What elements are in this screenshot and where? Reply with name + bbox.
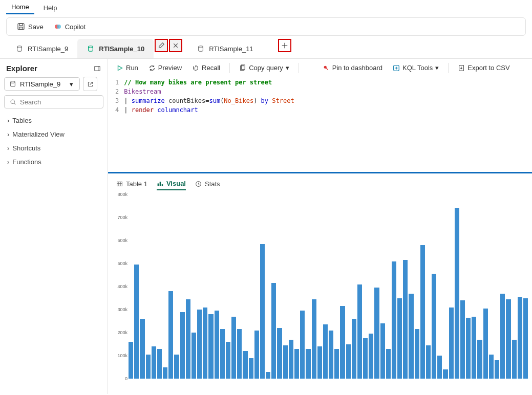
bar[interactable] xyxy=(512,340,517,379)
bar[interactable] xyxy=(180,312,185,379)
panel-collapse-icon[interactable] xyxy=(93,64,101,73)
result-tab-visual[interactable]: Visual xyxy=(157,178,186,190)
bar[interactable] xyxy=(243,351,247,379)
bar[interactable] xyxy=(420,245,425,379)
bar[interactable] xyxy=(352,319,356,379)
tree-tables[interactable]: ›Tables xyxy=(4,114,103,127)
result-tab-table[interactable]: Table 1 xyxy=(116,178,147,190)
editor-code[interactable]: // How many bikes are present per street… xyxy=(124,78,294,115)
bar[interactable] xyxy=(357,284,362,379)
bar[interactable] xyxy=(146,355,151,379)
db-selector[interactable]: RTISample_9 ▾ xyxy=(4,77,80,91)
bar[interactable] xyxy=(152,346,156,379)
bar[interactable] xyxy=(231,317,236,379)
bar[interactable] xyxy=(523,298,528,379)
pin-dashboard-button[interactable]: Pin to dashboard xyxy=(320,62,386,74)
bar[interactable] xyxy=(455,208,459,379)
file-tab-rtisample11[interactable]: RTISample_11 xyxy=(187,39,262,58)
add-tab-button[interactable] xyxy=(278,39,291,52)
bar[interactable] xyxy=(174,355,179,379)
bar[interactable] xyxy=(426,345,431,379)
bar[interactable] xyxy=(266,372,270,379)
kql-tools-button[interactable]: KQL Tools▾ xyxy=(390,62,442,74)
bar[interactable] xyxy=(260,244,265,379)
bar[interactable] xyxy=(518,297,522,379)
bar[interactable] xyxy=(254,331,259,379)
tree-shortcuts[interactable]: ›Shortcuts xyxy=(4,141,103,155)
bar[interactable] xyxy=(197,310,202,379)
bar[interactable] xyxy=(477,340,482,379)
bar[interactable] xyxy=(208,314,213,379)
bar[interactable] xyxy=(306,349,310,379)
bar[interactable] xyxy=(437,356,442,379)
bar[interactable] xyxy=(506,299,510,379)
bar[interactable] xyxy=(140,319,144,379)
search-input[interactable]: Search xyxy=(4,95,103,108)
bar[interactable] xyxy=(443,369,448,379)
bar[interactable] xyxy=(415,329,419,379)
bar[interactable] xyxy=(460,300,465,379)
bar[interactable] xyxy=(500,294,505,379)
preview-button[interactable]: Preview xyxy=(145,62,185,74)
bar[interactable] xyxy=(483,309,488,379)
bar[interactable] xyxy=(403,260,408,379)
bar[interactable] xyxy=(369,334,373,379)
bar[interactable] xyxy=(409,294,413,379)
bar[interactable] xyxy=(363,338,368,379)
bar[interactable] xyxy=(129,342,133,379)
top-tab-home[interactable]: Home xyxy=(6,1,34,14)
bar[interactable] xyxy=(340,306,345,379)
copilot-button[interactable]: Copilot xyxy=(50,20,90,33)
bar[interactable] xyxy=(134,265,139,379)
bar[interactable] xyxy=(226,342,230,379)
bar[interactable] xyxy=(186,299,190,379)
bar[interactable] xyxy=(392,261,396,379)
bar[interactable] xyxy=(432,274,436,379)
bar[interactable] xyxy=(271,283,276,379)
bar[interactable] xyxy=(312,299,316,379)
run-button[interactable]: Run xyxy=(113,62,141,74)
file-tab-rtisample9[interactable]: RTISample_9 xyxy=(6,39,77,58)
bar[interactable] xyxy=(220,329,225,379)
bar[interactable] xyxy=(449,308,454,379)
bar[interactable] xyxy=(163,367,167,379)
export-csv-button[interactable]: Export to CSV xyxy=(455,62,513,74)
save-button[interactable]: Save xyxy=(13,20,48,33)
tree-matviews[interactable]: ›Materialized View xyxy=(4,127,103,141)
bar[interactable] xyxy=(472,317,476,379)
result-tab-stats[interactable]: Stats xyxy=(195,178,220,190)
bar[interactable] xyxy=(168,291,173,379)
bar[interactable] xyxy=(374,288,379,379)
bar[interactable] xyxy=(283,345,288,379)
bar[interactable] xyxy=(237,329,242,379)
file-tab-rtisample10[interactable]: RTISample_10 xyxy=(77,39,154,58)
close-tab-button[interactable] xyxy=(169,39,182,52)
bar[interactable] xyxy=(380,323,385,379)
bar[interactable] xyxy=(495,360,499,379)
bar[interactable] xyxy=(277,328,282,379)
query-editor[interactable]: 1234 // How many bikes are present per s… xyxy=(108,77,532,116)
bar[interactable] xyxy=(157,349,162,379)
bar[interactable] xyxy=(203,308,207,379)
bar[interactable] xyxy=(289,340,293,379)
tree-functions[interactable]: ›Functions xyxy=(4,155,103,169)
bar[interactable] xyxy=(346,344,351,379)
recall-button[interactable]: Recall xyxy=(189,62,223,74)
open-external-button[interactable] xyxy=(83,77,97,91)
bar[interactable] xyxy=(386,349,391,379)
edit-tab-button[interactable] xyxy=(155,39,168,52)
bar[interactable] xyxy=(489,355,494,379)
bar[interactable] xyxy=(300,311,305,379)
bar[interactable] xyxy=(317,346,322,379)
bar[interactable] xyxy=(329,331,333,379)
bar[interactable] xyxy=(191,333,196,379)
bar[interactable] xyxy=(397,298,402,379)
bar[interactable] xyxy=(215,311,219,379)
bar[interactable] xyxy=(466,318,471,379)
bar[interactable] xyxy=(249,358,253,379)
copy-query-button[interactable]: Copy query▾ xyxy=(236,62,292,74)
top-tab-help[interactable]: Help xyxy=(38,2,62,14)
bar[interactable] xyxy=(334,349,339,379)
bar[interactable] xyxy=(294,349,299,379)
bar[interactable] xyxy=(323,324,328,379)
